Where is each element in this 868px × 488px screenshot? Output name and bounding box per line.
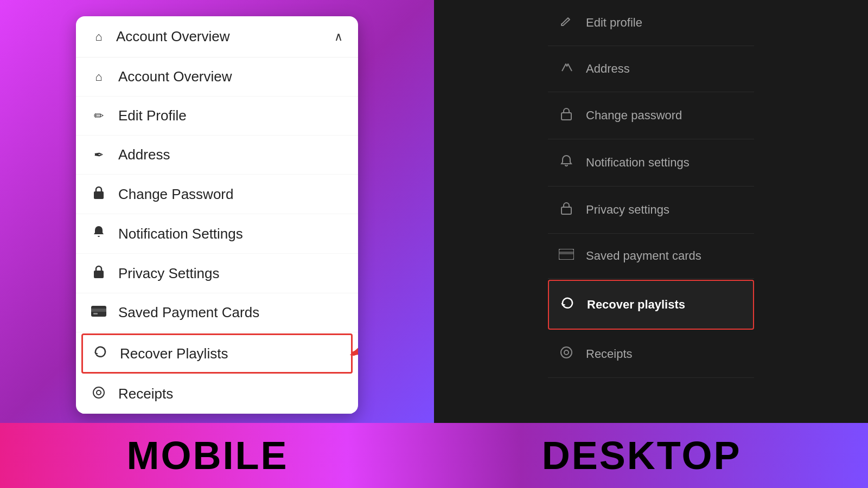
pen-icon: ✏ <box>91 109 106 123</box>
desktop-refresh-icon <box>560 296 575 313</box>
sidebar-item-privacy-settings[interactable]: Privacy Settings <box>76 254 358 293</box>
svg-point-13 <box>564 350 569 355</box>
svg-rect-0 <box>94 191 104 199</box>
desktop-privacy-icon <box>559 202 574 218</box>
mobile-header-label: Account Overview <box>116 28 230 45</box>
desktop-item-receipts[interactable]: Receipts <box>548 331 754 378</box>
saved-payment-cards-label: Saved Payment Cards <box>118 304 259 321</box>
desktop-address-label: Address <box>586 62 630 76</box>
edit-profile-label: Edit Profile <box>118 107 187 124</box>
svg-rect-11 <box>559 252 574 254</box>
red-arrow <box>348 337 358 370</box>
mobile-side: ⌂ Account Overview ∧ ⌂ Account Overview … <box>0 0 434 423</box>
receipt-icon <box>91 386 106 402</box>
sidebar-item-address[interactable]: ✒ Address <box>76 136 358 175</box>
bottom-bar: MOBILE DESKTOP <box>0 423 868 488</box>
home-icon-2: ⌂ <box>91 70 106 84</box>
desktop-receipts-label: Receipts <box>586 347 633 361</box>
mobile-header[interactable]: ⌂ Account Overview ∧ <box>76 16 358 57</box>
desktop-recover-playlists-label: Recover playlists <box>587 298 685 312</box>
privacy-settings-label: Privacy Settings <box>118 265 219 282</box>
address-icon: ✒ <box>91 148 106 162</box>
sidebar-item-recover-playlists[interactable]: Recover Playlists <box>81 333 353 374</box>
desktop-privacy-settings-label: Privacy settings <box>586 203 669 217</box>
desktop-item-saved-payment-cards[interactable]: Saved payment cards <box>548 234 754 279</box>
refresh-icon <box>93 345 108 362</box>
mobile-label: MOBILE <box>127 433 289 478</box>
mobile-panel: ⌂ Account Overview ∧ ⌂ Account Overview … <box>76 16 358 414</box>
sidebar-item-edit-profile[interactable]: ✏ Edit Profile <box>76 97 358 136</box>
desktop-item-address[interactable]: Address <box>548 46 754 92</box>
chevron-up-icon[interactable]: ∧ <box>334 30 343 44</box>
main-content: ⌂ Account Overview ∧ ⌂ Account Overview … <box>0 0 868 423</box>
svg-point-12 <box>561 347 572 358</box>
desktop-item-privacy-settings[interactable]: Privacy settings <box>548 187 754 234</box>
bell-icon <box>91 225 106 242</box>
desktop-bell-icon <box>559 155 574 171</box>
account-overview-label: Account Overview <box>118 68 232 85</box>
desktop-item-notification-settings[interactable]: Notification settings <box>548 139 754 187</box>
desktop-lock-icon <box>559 107 574 124</box>
notification-settings-label: Notification Settings <box>118 226 243 242</box>
desktop-item-edit-profile[interactable]: Edit profile <box>548 0 754 46</box>
receipts-label: Receipts <box>118 386 173 402</box>
desktop-side: Edit profile Address <box>434 0 868 423</box>
address-label: Address <box>118 146 170 163</box>
desktop-label: DESKTOP <box>542 433 742 478</box>
desktop-panel: Edit profile Address <box>548 0 754 378</box>
desktop-edit-profile-label: Edit profile <box>586 16 642 30</box>
desktop-address-icon <box>559 61 574 76</box>
svg-rect-3 <box>91 309 106 312</box>
card-icon <box>91 306 106 320</box>
sidebar-item-notification-settings[interactable]: Notification Settings <box>76 214 358 254</box>
desktop-item-change-password[interactable]: Change password <box>548 92 754 139</box>
sidebar-item-change-password[interactable]: Change Password <box>76 175 358 214</box>
svg-point-6 <box>93 387 104 398</box>
change-password-label: Change Password <box>118 186 233 203</box>
desktop-card-icon <box>559 249 574 263</box>
svg-rect-4 <box>93 313 98 314</box>
sidebar-item-saved-payment-cards[interactable]: Saved Payment Cards <box>76 293 358 332</box>
svg-rect-8 <box>561 113 571 120</box>
sidebar-item-account-overview[interactable]: ⌂ Account Overview <box>76 57 358 97</box>
svg-point-7 <box>97 390 101 395</box>
privacy-icon <box>91 265 106 282</box>
desktop-notification-settings-label: Notification settings <box>586 156 690 170</box>
svg-rect-1 <box>94 271 104 278</box>
recover-playlists-label: Recover Playlists <box>120 345 228 362</box>
desktop-saved-payment-cards-label: Saved payment cards <box>586 249 701 263</box>
home-icon: ⌂ <box>91 30 106 44</box>
lock-icon <box>91 185 106 203</box>
svg-rect-9 <box>561 207 571 214</box>
mobile-header-left: ⌂ Account Overview <box>91 28 230 45</box>
sidebar-item-receipts[interactable]: Receipts <box>76 375 358 414</box>
desktop-pen-icon <box>559 15 574 30</box>
desktop-receipt-icon <box>559 346 574 362</box>
desktop-change-password-label: Change password <box>586 108 682 123</box>
desktop-item-recover-playlists[interactable]: Recover playlists <box>548 280 754 330</box>
